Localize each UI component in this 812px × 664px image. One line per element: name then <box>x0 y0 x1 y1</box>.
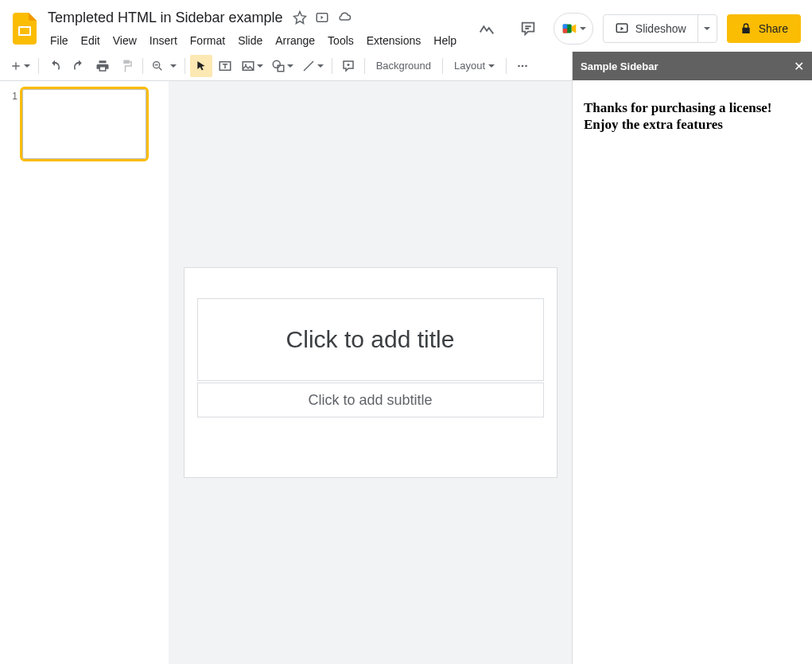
canvas-area[interactable]: Click to add title Click to add subtitle <box>169 81 572 664</box>
title-placeholder-box[interactable]: Click to add title <box>197 298 544 381</box>
svg-point-13 <box>518 64 520 67</box>
chevron-down-icon <box>170 64 177 68</box>
more-tools-button[interactable] <box>511 55 534 77</box>
chevron-down-icon <box>287 64 293 68</box>
sample-sidebar: Sample Sidebar ✕ Thanks for purchasing a… <box>572 52 812 664</box>
layout-button[interactable]: Layout <box>448 55 501 77</box>
close-icon[interactable]: ✕ <box>794 59 804 74</box>
sidebar-body: Thanks for purchasing a license! Enjoy t… <box>573 80 812 153</box>
line-tool[interactable] <box>298 55 327 77</box>
image-tool[interactable] <box>238 55 266 77</box>
chevron-down-icon <box>488 64 495 68</box>
new-slide-button[interactable] <box>6 55 33 77</box>
menu-format[interactable]: Format <box>185 33 231 49</box>
textbox-tool[interactable] <box>214 55 236 77</box>
print-button[interactable] <box>91 55 114 77</box>
title-block: Templeted HTML in Sidebar example File E… <box>45 3 471 51</box>
slides-app-icon[interactable] <box>10 13 41 45</box>
slideshow-dropdown[interactable] <box>697 15 717 42</box>
undo-button[interactable] <box>44 55 66 77</box>
select-tool[interactable] <box>190 55 212 77</box>
title-placeholder-text: Click to add title <box>286 326 455 353</box>
slide-thumbnail-row[interactable]: 1 <box>0 89 169 159</box>
slide-thumbnail[interactable] <box>22 89 146 159</box>
lock-icon <box>740 22 752 35</box>
toolbar-separator <box>364 58 365 74</box>
slide-canvas[interactable]: Click to add title Click to add subtitle <box>184 267 558 478</box>
menubar: File Edit View Insert Format Slide Arran… <box>45 30 471 51</box>
menu-extensions[interactable]: Extensions <box>361 33 426 49</box>
shape-tool[interactable] <box>268 55 297 77</box>
slideshow-button[interactable]: Slideshow <box>604 15 697 42</box>
toolbar-separator <box>332 58 332 74</box>
menu-tools[interactable]: Tools <box>322 33 359 49</box>
svg-rect-12 <box>278 65 284 72</box>
menu-insert[interactable]: Insert <box>144 33 183 49</box>
star-icon[interactable] <box>292 10 308 25</box>
document-title[interactable]: Templeted HTML in Sidebar example <box>45 8 286 28</box>
subtitle-placeholder-box[interactable]: Click to add subtitle <box>197 382 544 417</box>
layout-label: Layout <box>454 60 485 72</box>
redo-button[interactable] <box>68 55 90 77</box>
move-icon[interactable] <box>314 10 330 25</box>
sidebar-title: Sample Sidebar <box>581 60 659 72</box>
menu-edit[interactable]: Edit <box>76 33 106 49</box>
svg-point-11 <box>273 60 280 68</box>
slide-number: 1 <box>10 89 22 159</box>
chevron-down-icon <box>580 27 586 30</box>
chevron-down-icon <box>317 64 324 68</box>
cloud-status-icon[interactable] <box>336 10 352 25</box>
background-button[interactable]: Background <box>370 55 437 77</box>
menu-arrange[interactable]: Arrange <box>270 33 321 49</box>
meet-button[interactable] <box>554 13 593 45</box>
filmstrip[interactable]: 1 <box>0 81 169 664</box>
app-header: Templeted HTML in Sidebar example File E… <box>0 0 812 51</box>
toolbar-separator <box>506 58 507 74</box>
slideshow-label: Slideshow <box>635 22 686 35</box>
paint-format-button[interactable] <box>115 55 138 77</box>
comment-tool[interactable] <box>337 55 359 77</box>
svg-rect-4 <box>563 25 568 29</box>
chevron-down-icon <box>257 64 263 68</box>
svg-point-14 <box>522 64 524 67</box>
chevron-down-icon <box>24 64 30 68</box>
menu-file[interactable]: File <box>45 33 74 49</box>
comments-icon[interactable] <box>512 13 544 45</box>
toolbar-separator <box>442 58 443 74</box>
share-label: Share <box>759 22 788 35</box>
sidebar-message: Thanks for purchasing a license! Enjoy t… <box>584 99 801 134</box>
svg-rect-5 <box>563 29 568 33</box>
activity-icon[interactable] <box>471 13 503 45</box>
toolbar-separator <box>142 58 143 74</box>
share-button[interactable]: Share <box>727 14 801 43</box>
sidebar-header: Sample Sidebar ✕ <box>573 52 812 80</box>
subtitle-placeholder-text: Click to add subtitle <box>308 392 432 409</box>
chevron-down-icon <box>704 27 710 30</box>
toolbar-separator <box>185 58 185 74</box>
menu-slide[interactable]: Slide <box>232 33 268 49</box>
present-icon <box>615 21 629 36</box>
zoom-button[interactable] <box>148 55 180 77</box>
menu-view[interactable]: View <box>107 33 142 49</box>
svg-point-15 <box>525 64 527 67</box>
toolbar-separator <box>38 58 39 74</box>
slideshow-group: Slideshow <box>603 14 717 43</box>
menu-help[interactable]: Help <box>428 33 462 49</box>
header-actions: Slideshow Share <box>471 10 806 45</box>
workspace: 1 Click to add title Click to add subtit… <box>0 81 572 664</box>
svg-rect-1 <box>20 28 29 34</box>
